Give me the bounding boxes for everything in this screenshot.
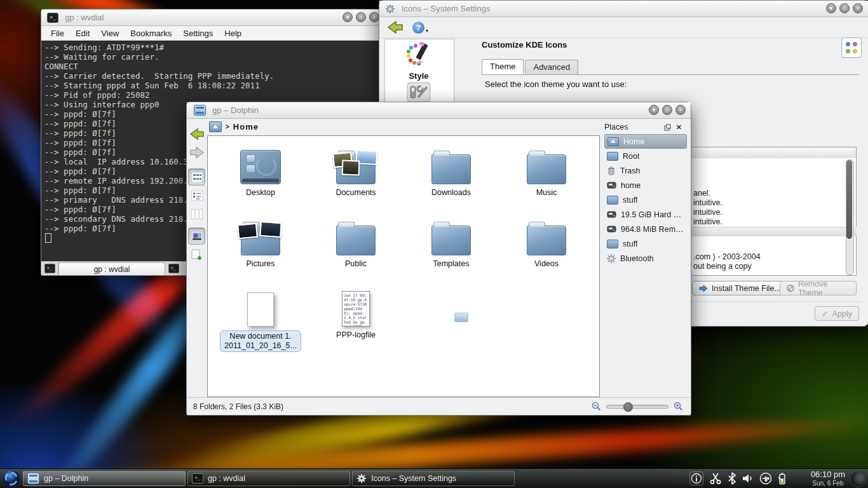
remove-theme-button[interactable]: Remove Theme xyxy=(780,281,857,295)
settings-titlebar[interactable]: Icons – System Settings ▾ ○ × xyxy=(379,1,868,17)
folder-item-downloads[interactable]: Downloads xyxy=(403,140,499,211)
dolphin-titlebar[interactable]: gp – Dolphin ▾ ○ × xyxy=(187,102,691,119)
place-stuff-2[interactable]: stuff xyxy=(604,236,687,251)
clock-date: Sun, 6 Feb xyxy=(808,480,848,487)
settings-tabs: Theme Advanced xyxy=(482,60,578,74)
place-home[interactable]: Home xyxy=(604,134,687,149)
zoom-slider-handle[interactable] xyxy=(623,402,633,412)
trash-icon xyxy=(607,166,616,175)
hardware-tools-icon[interactable] xyxy=(406,81,431,103)
split-view-button[interactable] xyxy=(188,246,205,263)
logfile-preview-text: Jan 17 09:47:18 gp-Aspire-5738 pppd[1946… xyxy=(344,293,368,327)
task-dolphin[interactable]: gp – Dolphin xyxy=(23,471,186,486)
place-removable-drive[interactable]: 964.8 MiB Remov... xyxy=(604,222,687,236)
help-button[interactable]: ? ▾ xyxy=(412,22,428,34)
new-tab-button[interactable]: >_ xyxy=(41,262,58,275)
tab-advanced[interactable]: Advanced xyxy=(525,60,578,74)
menu-view[interactable]: View xyxy=(95,29,125,38)
folder-icon xyxy=(431,154,471,184)
columns-view-button[interactable] xyxy=(188,205,205,222)
usb-device-icon[interactable] xyxy=(759,472,772,485)
file-item-new-document[interactable]: New document 1. 2011_01_20_16_5... xyxy=(213,282,308,353)
task-wvdial[interactable]: >_ gp : wvdial xyxy=(187,471,350,486)
place-stuff-1[interactable]: stuff xyxy=(604,193,687,207)
folder-icon xyxy=(527,154,566,184)
breadcrumb-home[interactable]: Home xyxy=(233,122,259,132)
place-hard-drive[interactable]: 19.5 GiB Hard Drive xyxy=(604,207,687,222)
menu-bookmarks[interactable]: Bookmarks xyxy=(125,29,177,38)
zoom-in-icon[interactable] xyxy=(674,402,683,411)
home-folder-icon[interactable] xyxy=(209,121,222,132)
zoom-out-icon[interactable] xyxy=(592,402,601,411)
forward-button[interactable] xyxy=(188,144,205,161)
remove-theme-label: Remove Theme xyxy=(798,280,850,297)
settings-toolbar: ? ▾ xyxy=(379,17,868,38)
bluetooth-icon[interactable] xyxy=(728,472,736,485)
install-theme-button[interactable]: Install Theme File... xyxy=(692,281,788,295)
place-root[interactable]: Root xyxy=(604,149,687,163)
place-home-drive[interactable]: home xyxy=(604,178,687,193)
hard-drive-icon xyxy=(607,181,616,189)
terminal-icon: >_ xyxy=(44,264,55,273)
close-button[interactable]: × xyxy=(369,12,379,22)
clock[interactable]: 06:10 pm Sun, 6 Feb xyxy=(808,470,848,487)
terminal-tab[interactable]: gp : wvdial xyxy=(58,262,165,275)
terminal-line: --> Waiting for carrier. xyxy=(44,52,381,62)
folder-item-documents[interactable]: Documents xyxy=(308,140,403,211)
minimize-button[interactable]: ▾ xyxy=(826,3,836,13)
menu-settings[interactable]: Settings xyxy=(177,29,219,38)
folder-item-pictures[interactable]: Pictures xyxy=(213,211,308,282)
folder-item-label: Desktop xyxy=(246,188,275,198)
back-arrow-icon xyxy=(189,128,205,140)
task-system-settings[interactable]: Icons – System Settings xyxy=(352,471,515,486)
maximize-button[interactable]: ○ xyxy=(662,105,672,115)
close-button[interactable]: × xyxy=(675,105,686,115)
zoom-slider[interactable] xyxy=(606,405,668,409)
folder-view[interactable]: Desktop Documents Downloads Music Pictur… xyxy=(207,135,600,397)
details-view-button[interactable] xyxy=(188,187,205,204)
preview-button[interactable] xyxy=(188,227,205,245)
place-label: stuff xyxy=(623,196,637,205)
maximize-button[interactable]: ○ xyxy=(839,3,850,13)
folder-item-music[interactable]: Music xyxy=(499,140,594,211)
kde-menu-icon[interactable] xyxy=(3,470,20,487)
volume-icon[interactable] xyxy=(742,473,754,484)
folder-item-desktop[interactable]: Desktop xyxy=(213,140,308,211)
close-icon[interactable]: ✕ xyxy=(676,123,682,132)
apply-button[interactable]: ✓ Apply xyxy=(815,306,859,321)
terminal-titlebar[interactable]: >_ gp : wvdial ▾ ○ × xyxy=(41,10,384,26)
terminal-line: --> Starting pppd at Sun Feb 6 18:08:22 … xyxy=(44,81,381,90)
klipper-scissors-icon[interactable] xyxy=(709,472,722,485)
gear-icon xyxy=(356,473,367,484)
back-arrow-icon[interactable] xyxy=(387,20,403,34)
sidebar-item-style[interactable]: Style xyxy=(385,42,452,81)
clock-time: 06:10 pm xyxy=(808,470,848,478)
terminal-icon: >_ xyxy=(47,13,58,23)
dot-yellow xyxy=(853,49,857,53)
detach-icon[interactable] xyxy=(664,124,671,131)
icons-view-button[interactable] xyxy=(188,168,205,186)
place-bluetooth[interactable]: Bluetooth xyxy=(604,251,687,266)
close-button[interactable]: × xyxy=(853,3,863,13)
info-tray-item[interactable] xyxy=(689,471,703,485)
file-item-ppp-logfile[interactable]: Jan 17 09:47:18 gp-Aspire-5738 pppd[1946… xyxy=(308,282,403,353)
place-trash[interactable]: Trash xyxy=(604,163,687,178)
plasma-cashew-icon[interactable] xyxy=(850,471,867,487)
scrollbar[interactable] xyxy=(846,159,854,275)
folder-item-videos[interactable]: Videos xyxy=(499,211,594,282)
menu-edit[interactable]: Edit xyxy=(70,29,95,38)
folder-item-public[interactable]: Public xyxy=(308,211,403,282)
menu-file[interactable]: File xyxy=(45,29,70,38)
detach-tab-button[interactable]: >_ xyxy=(165,262,182,275)
minimize-button[interactable]: ▾ xyxy=(649,105,659,115)
folder-item-templates[interactable]: Templates xyxy=(403,211,499,282)
menu-help[interactable]: Help xyxy=(219,29,247,38)
minimize-button[interactable]: ▾ xyxy=(342,12,353,22)
places-header[interactable]: Places ✕ xyxy=(604,120,687,134)
details-view-icon xyxy=(191,191,203,201)
tab-theme[interactable]: Theme xyxy=(482,59,524,74)
back-button[interactable] xyxy=(188,125,205,142)
scrollbar-thumb[interactable] xyxy=(846,160,852,239)
maximize-button[interactable]: ○ xyxy=(356,12,366,22)
battery-icon[interactable] xyxy=(778,472,787,485)
